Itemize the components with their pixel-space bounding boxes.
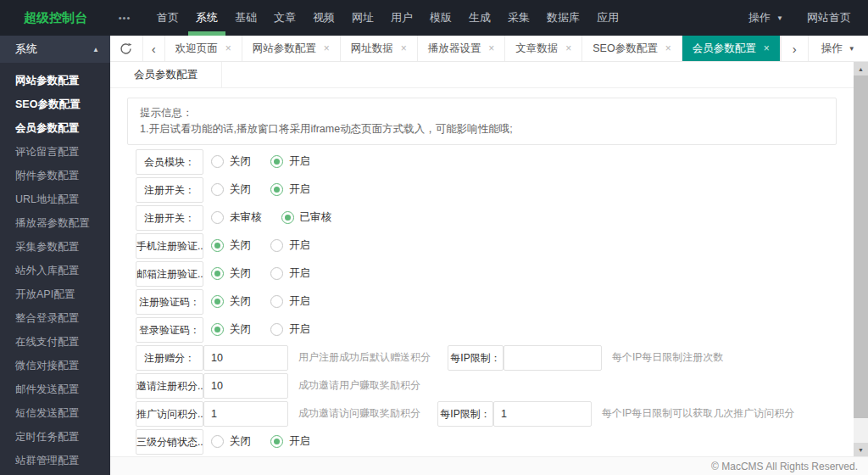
number-input[interactable]	[203, 373, 288, 399]
top-nav-item[interactable]: 网址	[344, 0, 381, 36]
number-input[interactable]	[504, 345, 602, 371]
radio-option[interactable]: 开启	[270, 322, 310, 337]
field-label: 注册开关：	[136, 205, 203, 231]
top-nav-item[interactable]: 首页	[149, 0, 186, 36]
radio-option[interactable]: 开启	[270, 154, 310, 169]
radio-option[interactable]: 开启	[270, 294, 310, 309]
refresh-button[interactable]	[110, 36, 143, 61]
sidebar-item[interactable]: 播放器参数配置	[0, 211, 110, 235]
sidebar-item[interactable]: 采集参数配置	[0, 235, 110, 259]
top-nav-item[interactable]: 采集	[500, 0, 537, 36]
tab-close-icon[interactable]: ×	[764, 42, 770, 54]
field-label: 每IP限制：	[437, 401, 493, 427]
number-input[interactable]	[203, 401, 288, 427]
top-nav-item[interactable]: 数据库	[539, 0, 587, 36]
tabs-scroll-right-button[interactable]: ›	[781, 36, 808, 61]
field-label: 每IP限制：	[448, 345, 504, 371]
radio-option[interactable]: 开启	[270, 182, 310, 197]
top-nav-item[interactable]: 系统	[188, 0, 225, 36]
radio-option[interactable]: 关闭	[211, 266, 251, 281]
radio-icon	[270, 435, 283, 448]
tab-label: 播放器设置	[428, 42, 481, 56]
tab-close-icon[interactable]: ×	[488, 42, 494, 54]
sidebar-item[interactable]: 站外入库配置	[0, 259, 110, 282]
radio-option[interactable]: 未审核	[211, 210, 262, 225]
tab-item[interactable]: 文章数据×	[505, 36, 582, 61]
number-input[interactable]	[493, 401, 592, 427]
radio-group: 关闭开启	[211, 294, 330, 309]
radio-option[interactable]: 关闭	[211, 434, 251, 449]
brand-title[interactable]: 超级控制台	[0, 10, 110, 26]
radio-option[interactable]: 关闭	[211, 154, 251, 169]
vertical-scrollbar[interactable]: ▲ ▼	[854, 62, 868, 456]
sidebar-item[interactable]: SEO参数配置	[0, 92, 110, 116]
site-home-link[interactable]: 网站首页	[807, 10, 851, 25]
radio-icon	[211, 267, 224, 280]
radio-icon	[270, 239, 283, 252]
radio-option[interactable]: 关闭	[211, 182, 251, 197]
sidebar: 系统 ▲ 网站参数配置SEO参数配置会员参数配置评论留言配置附件参数配置URL地…	[0, 36, 110, 475]
field-label: 手机注册验证...	[136, 233, 203, 259]
tab-actions-dropdown[interactable]: 操作 ▼	[808, 36, 868, 61]
top-nav-item[interactable]: 视频	[305, 0, 342, 36]
sidebar-item[interactable]: 微信对接配置	[0, 354, 110, 377]
radio-option[interactable]: 关闭	[211, 322, 251, 337]
tab-item[interactable]: SEO参数配置×	[582, 36, 682, 61]
top-nav-item[interactable]: 生成	[461, 0, 498, 36]
sidebar-group-title: 系统	[15, 42, 37, 57]
sidebar-item[interactable]: 邮件发送配置	[0, 377, 110, 401]
tab-close-icon[interactable]: ×	[665, 42, 671, 54]
tab-close-icon[interactable]: ×	[401, 42, 407, 54]
radio-dot	[274, 159, 280, 165]
top-nav-item[interactable]: 用户	[383, 0, 420, 36]
tab-item[interactable]: 会员参数配置×	[682, 36, 781, 61]
radio-icon	[211, 323, 224, 336]
field-label: 注册验证码：	[136, 289, 203, 315]
tab-item[interactable]: 网址数据×	[341, 36, 418, 61]
top-nav-item[interactable]: 应用	[589, 0, 626, 36]
radio-option[interactable]: 关闭	[211, 294, 251, 309]
radio-option[interactable]: 开启	[270, 266, 310, 281]
field-label: 会员模块：	[136, 149, 203, 175]
sidebar-item[interactable]: 整合登录配置	[0, 306, 110, 330]
top-nav-item[interactable]: 基础	[227, 0, 264, 36]
radio-option[interactable]: 关闭	[211, 238, 251, 253]
field-label: 邀请注册积分...	[136, 373, 203, 399]
radio-option[interactable]: 已审核	[281, 210, 332, 225]
form-row: 三级分销状态...关闭开启	[136, 428, 854, 455]
top-nav-item[interactable]: 模版	[422, 0, 459, 36]
sidebar-group-system[interactable]: 系统 ▲	[0, 36, 110, 63]
ip-limit-group: 每IP限制：每个IP每日限制可以获取几次推广访问积分	[437, 401, 794, 427]
scroll-up-arrow-icon[interactable]: ▲	[854, 62, 868, 75]
sidebar-item[interactable]: 附件参数配置	[0, 164, 110, 187]
radio-option[interactable]: 开启	[270, 238, 310, 253]
menu-dots-icon[interactable]: •••	[110, 13, 139, 23]
field-hint: 每个IP每日限制可以获取几次推广访问积分	[602, 406, 794, 421]
sidebar-item[interactable]: 短信发送配置	[0, 401, 110, 425]
sidebar-item[interactable]: 站群管理配置	[0, 449, 110, 472]
content-panel: 会员参数配置 提示信息： 1.开启试看功能的话,播放窗口将采用iframe动态页…	[110, 62, 854, 456]
top-nav-item[interactable]: 文章	[266, 0, 303, 36]
sidebar-item[interactable]: 评论留言配置	[0, 140, 110, 164]
form-row: 注册验证码：关闭开启	[136, 288, 854, 316]
number-input[interactable]	[203, 345, 288, 371]
tab-close-icon[interactable]: ×	[225, 42, 231, 54]
tab-close-icon[interactable]: ×	[324, 42, 330, 54]
sidebar-item[interactable]: 开放API配置	[0, 282, 110, 306]
tab-item[interactable]: 播放器设置×	[418, 36, 506, 61]
sidebar-item[interactable]: URL地址配置	[0, 187, 110, 211]
tab-item[interactable]: 网站参数配置×	[242, 36, 341, 61]
scrollbar-thumb[interactable]	[854, 75, 868, 418]
radio-option[interactable]: 开启	[270, 434, 310, 449]
topbar-action-dropdown[interactable]: 操作 ▼	[748, 10, 783, 25]
tab-item[interactable]: 欢迎页面×	[165, 36, 242, 61]
page-tab-member-config[interactable]: 会员参数配置	[110, 62, 222, 87]
field-hint: 用户注册成功后默认赠送积分	[298, 350, 431, 365]
scroll-down-arrow-icon[interactable]: ▼	[854, 443, 868, 456]
sidebar-item[interactable]: 在线支付配置	[0, 330, 110, 354]
tab-close-icon[interactable]: ×	[565, 42, 571, 54]
sidebar-item[interactable]: 会员参数配置	[0, 116, 110, 140]
sidebar-item[interactable]: 定时任务配置	[0, 425, 110, 449]
tabs-scroll-left-button[interactable]: ‹	[143, 36, 165, 61]
sidebar-item[interactable]: 网站参数配置	[0, 69, 110, 92]
